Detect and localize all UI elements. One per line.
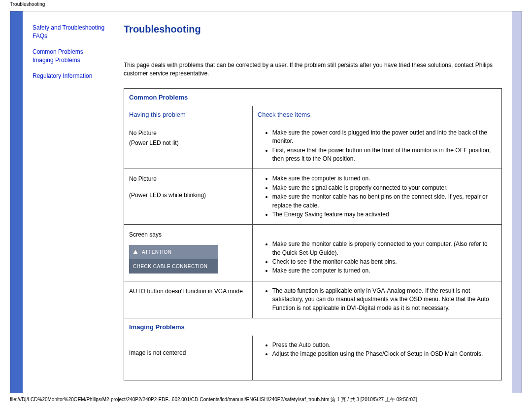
problem-text: No Picture	[129, 128, 247, 138]
check-item: Check to see if the monitor cable has be…	[272, 258, 497, 266]
page-label: Troubleshooting	[0, 0, 532, 7]
table-row: AUTO button doesn't function in VGA mode…	[124, 281, 502, 318]
problem-text: (Power LED is white blinking)	[129, 190, 247, 200]
main-content: Troubleshooting This page deals with pro…	[119, 24, 502, 380]
check-item: First, ensure that the power button on t…	[272, 146, 497, 164]
intro-text: This page deals with problems that can b…	[124, 61, 502, 78]
warning-icon	[133, 250, 138, 254]
attention-message: CHECK CABLE CONNECTION	[133, 262, 208, 271]
section-common-problems: Common Problems	[129, 94, 188, 101]
sidebar-link-faqs[interactable]: FAQs	[33, 32, 119, 40]
page-title: Troubleshooting	[124, 24, 502, 51]
problem-text: Screen says	[129, 230, 247, 240]
footer-path: file:///D|/LCD%20Monitor%20OEM/Philips/M…	[0, 395, 532, 406]
problem-text: (Power LED not lit)	[129, 138, 247, 148]
check-item: Adjust the image position using the Phas…	[272, 350, 497, 358]
problems-table: Common Problems Having this problem Chec…	[124, 88, 502, 381]
table-row: Screen says ATTENTION CHECK CABLE CONNEC…	[124, 225, 502, 281]
check-item: The Energy Saving feature may be activat…	[272, 210, 497, 219]
check-item: Press the Auto button.	[272, 341, 497, 349]
check-item: Make sure the signal cable is properly c…	[272, 184, 497, 192]
attention-label: ATTENTION	[142, 248, 171, 256]
problem-text: No Picture	[129, 174, 247, 184]
sidebar-link-regulatory[interactable]: Regulatory Information	[33, 72, 119, 80]
left-stripe	[10, 11, 23, 393]
page-frame: Safety and Troubleshooting FAQs Common P…	[10, 11, 522, 393]
column-header-check: Check these items	[258, 111, 310, 118]
problem-text: AUTO button doesn't function in VGA mode	[129, 286, 247, 296]
sidebar-link-safety[interactable]: Safety and Troubleshooting	[33, 24, 119, 32]
check-item: Make sure the computer is turned on.	[272, 267, 497, 275]
check-item: Make sure the power cord is plugged into…	[272, 129, 497, 146]
check-item: The auto function is applicable only in …	[272, 287, 497, 312]
check-item: Make sure the monitor cable is properly …	[272, 240, 497, 257]
section-imaging-problems: Imaging Problems	[129, 323, 185, 331]
sidebar: Safety and Troubleshooting FAQs Common P…	[33, 24, 119, 380]
problem-text: Image is not centered	[129, 348, 247, 358]
table-row: No Picture (Power LED not lit) Make sure…	[124, 123, 502, 169]
check-item: make sure the monitor cable has no bent …	[272, 193, 497, 210]
sidebar-link-common-problems[interactable]: Common Problems	[33, 48, 119, 56]
check-item: Make sure the computer is turned on.	[272, 174, 497, 183]
sidebar-link-imaging-problems[interactable]: Imaging Problems	[33, 56, 119, 65]
column-header-problem: Having this problem	[129, 111, 186, 118]
attention-box: ATTENTION CHECK CABLE CONNECTION	[129, 245, 218, 274]
right-stripe	[512, 11, 522, 393]
table-row: Image is not centered Press the Auto but…	[124, 336, 502, 370]
table-row: No Picture (Power LED is white blinking)…	[124, 169, 502, 225]
